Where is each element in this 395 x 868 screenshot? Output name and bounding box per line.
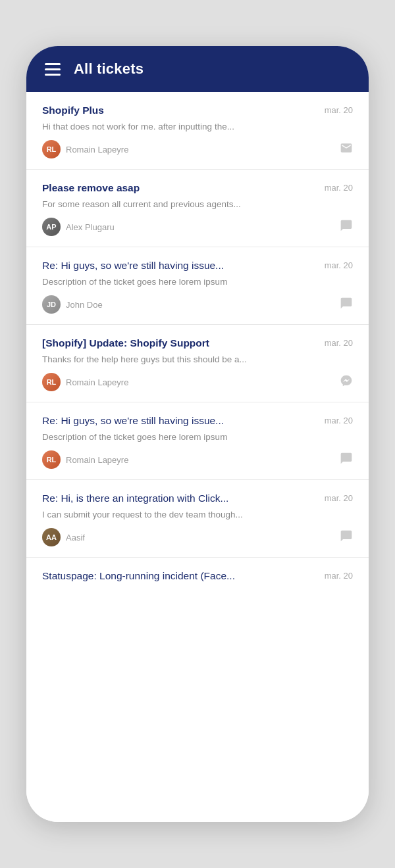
agent-name: Romain Lapeyre: [66, 455, 128, 465]
ticket-date: mar. 20: [325, 337, 353, 348]
menu-button[interactable]: [45, 63, 61, 76]
avatar: RL: [42, 450, 61, 469]
ticket-date: mar. 20: [325, 492, 353, 503]
ticket-subject: Shopify Plus: [42, 104, 325, 117]
ticket-preview: Description of the ticket goes here lore…: [42, 276, 353, 289]
ticket-preview: Thanks for the help here guys but this s…: [42, 354, 353, 366]
ticket-top-row: Statuspage: Long-running incident (Face.…: [42, 569, 353, 583]
agent-name: Alex Plugaru: [66, 222, 115, 232]
ticket-bottom-row: RLRomain Lapeyre: [42, 450, 353, 469]
ticket-top-row: Please remove asapmar. 20: [42, 181, 353, 195]
ticket-preview: For some reason all current and previous…: [42, 199, 353, 211]
ticket-top-row: Re: Hi, is there an integration with Cli…: [42, 492, 353, 505]
ticket-agent: JDJohn Doe: [42, 295, 103, 314]
agent-name: Romain Lapeyre: [66, 377, 128, 387]
ticket-bottom-row: RLRomain Lapeyre: [42, 140, 353, 158]
ticket-item[interactable]: Re: Hi guys, so we're still having issue…: [26, 402, 369, 480]
ticket-preview: I can submit your request to the dev tea…: [42, 509, 353, 521]
app-header: All tickets: [26, 46, 369, 92]
comment-icon: [340, 297, 353, 312]
ticket-subject: [Shopify] Update: Shopify Support: [42, 337, 325, 350]
ticket-top-row: Shopify Plusmar. 20: [42, 104, 353, 117]
ticket-bottom-row: AAAasif: [42, 528, 353, 546]
ticket-top-row: [Shopify] Update: Shopify Supportmar. 20: [42, 337, 353, 350]
avatar: AP: [42, 218, 61, 236]
ticket-agent: AAAasif: [42, 528, 85, 546]
ticket-date: mar. 20: [325, 414, 353, 425]
ticket-top-row: Re: Hi guys, so we're still having issue…: [42, 414, 353, 427]
agent-name: John Doe: [66, 300, 103, 310]
ticket-bottom-row: APAlex Plugaru: [42, 218, 353, 236]
ticket-item[interactable]: Statuspage: Long-running incident (Face.…: [26, 558, 369, 597]
ticket-subject: Re: Hi guys, so we're still having issue…: [42, 414, 325, 427]
page-title: All tickets: [74, 60, 144, 78]
agent-name: Aasif: [66, 533, 85, 542]
ticket-item[interactable]: Shopify Plusmar. 20Hi that does not work…: [26, 92, 369, 170]
ticket-date: mar. 20: [325, 259, 353, 270]
phone-body: All tickets Shopify Plusmar. 20Hi that d…: [26, 46, 369, 822]
avatar: RL: [42, 140, 61, 158]
ticket-date: mar. 20: [325, 104, 353, 115]
ticket-date: mar. 20: [325, 181, 353, 193]
envelope-icon: [340, 141, 353, 157]
ticket-preview: Hi that does not work for me. after inpu…: [42, 121, 353, 133]
ticket-subject: Re: Hi, is there an integration with Cli…: [42, 492, 325, 505]
ticket-item[interactable]: Please remove asapmar. 20For some reason…: [26, 170, 369, 247]
avatar: JD: [42, 295, 61, 314]
avatar: RL: [42, 373, 61, 391]
agent-name: Romain Lapeyre: [66, 145, 128, 155]
ticket-agent: RLRomain Lapeyre: [42, 140, 128, 158]
ticket-preview: Description of the ticket goes here lore…: [42, 431, 353, 444]
phone-frame: All tickets Shopify Plusmar. 20Hi that d…: [0, 0, 395, 868]
comment-icon: [340, 219, 353, 235]
ticket-agent: RLRomain Lapeyre: [42, 450, 128, 469]
ticket-subject: Please remove asap: [42, 181, 325, 195]
messenger-icon: [340, 374, 353, 390]
ticket-item[interactable]: Re: Hi, is there an integration with Cli…: [26, 480, 369, 558]
ticket-top-row: Re: Hi guys, so we're still having issue…: [42, 259, 353, 272]
avatar: AA: [42, 528, 61, 546]
ticket-bottom-row: RLRomain Lapeyre: [42, 373, 353, 391]
ticket-agent: RLRomain Lapeyre: [42, 373, 128, 391]
ticket-bottom-row: JDJohn Doe: [42, 295, 353, 314]
ticket-subject: Statuspage: Long-running incident (Face.…: [42, 569, 325, 583]
ticket-item[interactable]: Re: Hi guys, so we're still having issue…: [26, 247, 369, 325]
ticket-item[interactable]: [Shopify] Update: Shopify Supportmar. 20…: [26, 325, 369, 402]
comment-icon: [340, 529, 353, 545]
ticket-subject: Re: Hi guys, so we're still having issue…: [42, 259, 325, 272]
comment-icon: [340, 452, 353, 468]
tickets-list: Shopify Plusmar. 20Hi that does not work…: [26, 92, 369, 822]
ticket-date: mar. 20: [325, 569, 353, 581]
ticket-agent: APAlex Plugaru: [42, 218, 115, 236]
